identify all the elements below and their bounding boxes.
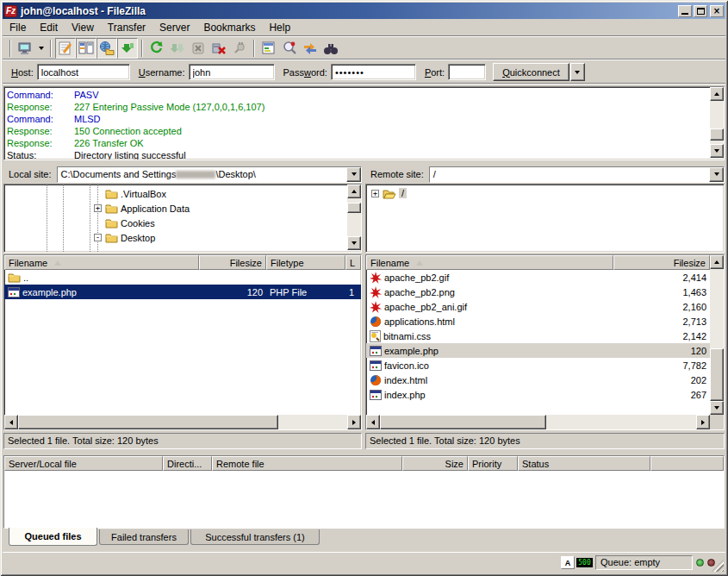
local-site-combo[interactable]: C:\Documents and Settings\Desktop\ bbox=[57, 166, 362, 183]
column-header-size[interactable]: Size bbox=[402, 456, 468, 471]
quickconnect-button[interactable]: Quickconnect bbox=[493, 63, 569, 81]
site-manager-button[interactable] bbox=[15, 38, 35, 59]
menu-view[interactable]: View bbox=[65, 20, 101, 35]
scroll-thumb[interactable] bbox=[18, 415, 278, 429]
ascii-datatype-icon[interactable]: A bbox=[561, 556, 575, 569]
scroll-up-button[interactable] bbox=[710, 87, 724, 101]
password-input[interactable] bbox=[331, 64, 416, 80]
file-row[interactable]: bitnami.css 2,142 bbox=[366, 329, 710, 343]
log-line: Response:227 Entering Passive Mode (127,… bbox=[7, 101, 706, 113]
column-header-server-local-file[interactable]: Server/Local file bbox=[4, 456, 163, 471]
file-row[interactable]: apache_pb2.gif 2,414 bbox=[366, 270, 710, 285]
scroll-left-button[interactable] bbox=[366, 415, 380, 429]
menu-bookmarks[interactable]: Bookmarks bbox=[196, 20, 262, 35]
minimize-button[interactable] bbox=[678, 5, 692, 17]
file-row[interactable]: applications.html 2,713 bbox=[366, 314, 710, 329]
remote-tree[interactable]: + / bbox=[365, 184, 725, 253]
file-row-selected[interactable]: example.php 120 PHP File 1 bbox=[4, 285, 361, 299]
column-header-filesize[interactable]: Filesize bbox=[199, 255, 266, 270]
toolbar-grip[interactable] bbox=[9, 40, 11, 57]
quickconnect-dropdown[interactable] bbox=[570, 63, 585, 81]
find-files-button[interactable] bbox=[320, 38, 341, 59]
local-site-dropdown[interactable] bbox=[346, 167, 361, 182]
filter-button[interactable] bbox=[258, 38, 279, 59]
tree-item-cookies[interactable]: Cookies bbox=[4, 216, 361, 230]
tree-item-virtualbox[interactable]: .VirtualBox bbox=[4, 186, 361, 201]
disconnect-button[interactable] bbox=[208, 38, 229, 59]
menu-file[interactable]: File bbox=[3, 20, 33, 35]
app-icon[interactable]: Fz bbox=[4, 5, 17, 17]
column-header-remote-file[interactable]: Remote file bbox=[212, 456, 402, 471]
file-row[interactable]: index.html 202 bbox=[366, 373, 710, 387]
site-manager-dropdown[interactable] bbox=[35, 38, 47, 59]
local-hscrollbar[interactable] bbox=[4, 415, 361, 429]
scroll-down-button[interactable] bbox=[347, 236, 361, 250]
tree-item-root[interactable]: + / bbox=[366, 185, 724, 199]
file-row-selected[interactable]: example.php 120 bbox=[366, 343, 710, 358]
message-log[interactable]: Command:PASV Response:227 Entering Passi… bbox=[3, 86, 725, 160]
menu-edit[interactable]: Edit bbox=[33, 20, 65, 35]
local-tree[interactable]: .VirtualBox + Application Data Cookies -… bbox=[3, 184, 362, 253]
process-queue-button[interactable] bbox=[167, 38, 188, 59]
column-header-filesize[interactable]: Filesize bbox=[613, 255, 710, 270]
column-header-filetype[interactable]: Filetype bbox=[266, 255, 345, 270]
column-header-lastmodified[interactable]: L bbox=[345, 255, 361, 270]
scroll-thumb[interactable] bbox=[380, 415, 546, 429]
tree-item-application-data[interactable]: + Application Data bbox=[4, 201, 361, 216]
column-header-filename[interactable]: Filename bbox=[366, 255, 613, 270]
collapse-icon[interactable]: - bbox=[94, 234, 102, 241]
close-button[interactable]: × bbox=[710, 5, 724, 17]
led-badge-icon[interactable]: 500 bbox=[576, 558, 593, 567]
expand-icon[interactable]: + bbox=[371, 190, 379, 197]
host-input[interactable] bbox=[37, 64, 130, 80]
file-row[interactable]: .. bbox=[4, 270, 361, 285]
maximize-button[interactable] bbox=[694, 5, 707, 17]
scroll-up-button[interactable] bbox=[710, 255, 724, 269]
scroll-left-button[interactable] bbox=[4, 415, 18, 429]
scroll-thumb[interactable] bbox=[710, 128, 724, 141]
file-row[interactable]: apache_pb2_ani.gif 2,160 bbox=[366, 299, 710, 314]
synchronized-browsing-button[interactable] bbox=[300, 38, 320, 59]
menu-server[interactable]: Server bbox=[152, 20, 196, 35]
toggle-local-tree-button[interactable] bbox=[76, 38, 96, 59]
directory-comparison-button[interactable] bbox=[279, 38, 300, 59]
file-row[interactable]: index.php 267 bbox=[366, 387, 710, 402]
scroll-thumb[interactable] bbox=[347, 203, 361, 213]
menu-transfer[interactable]: Transfer bbox=[101, 20, 152, 35]
toggle-remote-tree-button[interactable] bbox=[96, 38, 117, 59]
log-scrollbar[interactable] bbox=[710, 87, 724, 158]
username-input[interactable] bbox=[189, 64, 275, 80]
column-header-priority[interactable]: Priority bbox=[468, 456, 518, 471]
menu-help[interactable]: Help bbox=[262, 20, 297, 35]
remote-site-dropdown[interactable] bbox=[709, 167, 724, 182]
file-row[interactable]: apache_pb2.png 1,463 bbox=[366, 285, 710, 299]
tab-failed-transfers[interactable]: Failed transfers bbox=[99, 529, 189, 545]
toggle-queue-button[interactable] bbox=[117, 38, 138, 59]
column-header-direction[interactable]: Directi... bbox=[163, 456, 212, 471]
tree-item-desktop[interactable]: - Desktop bbox=[4, 230, 361, 245]
title-bar[interactable]: Fz john@localhost - FileZilla × bbox=[3, 3, 725, 19]
column-header-status[interactable]: Status bbox=[518, 456, 650, 471]
scroll-down-button[interactable] bbox=[710, 144, 724, 158]
scroll-down-button[interactable] bbox=[710, 401, 724, 415]
tab-queued-files[interactable]: Queued files bbox=[9, 528, 97, 546]
queue-list-area[interactable] bbox=[4, 471, 724, 528]
tab-successful-transfers[interactable]: Successful transfers (1) bbox=[190, 529, 320, 545]
file-row[interactable]: favicon.ico 7,782 bbox=[366, 358, 710, 373]
remote-site-combo[interactable]: / bbox=[429, 166, 725, 183]
cancel-button[interactable] bbox=[188, 38, 208, 59]
reconnect-button[interactable] bbox=[229, 38, 250, 59]
local-tree-scrollbar[interactable] bbox=[347, 185, 361, 250]
scroll-right-button[interactable] bbox=[347, 415, 361, 429]
refresh-button[interactable] bbox=[146, 38, 167, 59]
scroll-up-button[interactable] bbox=[347, 185, 361, 198]
scroll-right-button[interactable] bbox=[696, 415, 710, 429]
remote-hscrollbar[interactable] bbox=[366, 415, 710, 429]
expand-icon[interactable]: + bbox=[94, 204, 102, 212]
remote-vscrollbar[interactable] bbox=[710, 255, 724, 415]
scroll-thumb[interactable] bbox=[710, 348, 724, 401]
column-header-filename[interactable]: Filename bbox=[4, 255, 199, 270]
toggle-message-log-button[interactable] bbox=[55, 38, 76, 59]
port-input[interactable] bbox=[448, 64, 486, 80]
tree-root-label[interactable]: / bbox=[399, 188, 407, 198]
